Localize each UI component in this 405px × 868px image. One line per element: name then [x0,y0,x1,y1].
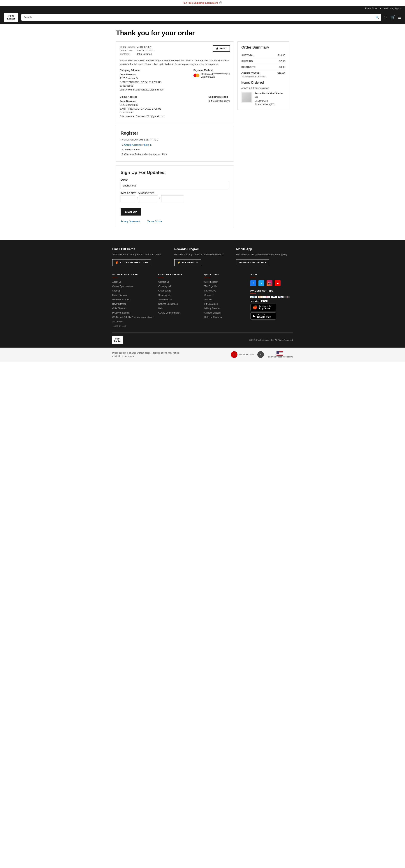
wishlist-icon[interactable]: ♡ [384,15,387,20]
order-customer-label: Customer [120,52,137,56]
quick-red-line [204,278,210,278]
flx-details-label: FLX DETAILS [182,261,198,264]
terms-of-use-footer-link[interactable]: Terms Of Use [112,325,126,327]
order-total-label: ORDER TOTAL: [241,72,260,75]
about-us-link[interactable]: About Us [112,281,121,283]
order-status-link[interactable]: Order Status [158,289,171,292]
store-pickup-link[interactable]: Store Pick Up [158,298,172,301]
student-discount-link[interactable]: Student Discount [204,312,221,314]
womens-sitemap-link[interactable]: Women's Sitemap [112,298,130,301]
returns-exchanges-link[interactable]: Returns-Exchanges [158,303,178,305]
print-icon: 🖨 [216,47,218,50]
footer-logo-text: Foot Locker [114,337,121,343]
release-calendar-link[interactable]: Release Calendar [204,316,222,318]
shipping-address-title: Shipping Address [120,69,190,71]
military-discount-link[interactable]: Military Discount [204,307,221,310]
dob-sep-1: / [137,197,138,200]
girls-sitemap-link[interactable]: Girls' Sitemap [112,307,126,310]
search-bar[interactable]: 🔍 [21,14,381,21]
shipping-method-col: Shipping Method 5-6 Business Days [208,95,230,118]
covid-link[interactable]: COVID-19 Information [158,312,180,314]
career-opportunities-link[interactable]: Career Opportunities [112,285,133,288]
register-step-1: Create Account or Sign In [124,143,229,147]
dob-mm-input[interactable] [121,195,135,202]
list-item: Store Pick Up [158,298,201,301]
search-icon[interactable]: 🔍 [375,16,379,19]
help-link[interactable]: Help [158,307,163,310]
launch101-link[interactable]: Launch 101 [204,289,216,292]
list-item: Student Discount [204,311,247,314]
apple-app-store-badge[interactable]: 🍎 Download on the App Store [250,304,276,311]
contact-us-link[interactable]: Contact Us [158,281,169,283]
list-item: Text Sign Up [204,285,247,288]
list-item: CA-Do Not Sell My Personal Information ↗ [112,316,155,318]
email-label: EMAIL* [121,179,229,181]
search-input[interactable] [24,16,375,19]
visa-icon: VISA [278,296,284,298]
promo-help-icon[interactable]: ? [220,1,222,4]
payment-methods-title: PAYMENT METHODS [250,290,293,292]
payment-method-col: Payment Method Mastercard ************24… [194,69,230,92]
menu-icon[interactable]: ☰ [398,15,401,20]
subtotal-row: SUBTOTAL: $10.00 [241,53,285,58]
sign-in-link[interactable]: Welcome, Sign In [384,7,401,10]
ca-do-not-sell-link[interactable]: CA-Do Not Sell My Personal Information ↗ [112,316,154,318]
ad-choices-link[interactable]: Ad Choices [112,320,123,323]
footer-mobile-col: Mobile App Get ahead of the game with on… [236,248,293,266]
sitemap-link[interactable]: Sitemap [112,289,120,292]
security-badges: ✓ McAfee SECURE ✓ HONORING THOSE WHO SER… [231,351,293,358]
buy-gift-card-button[interactable]: 🎁 BUY EMAIL GIFT CARD [112,259,151,266]
billing-email: John.Newman.Baymard2021@gmail.com [120,115,205,118]
shipping-info-link[interactable]: Shipping Info [158,294,171,297]
order-date-label: Order Date [120,49,137,52]
store-locator-link[interactable]: Store Locator [204,281,218,283]
text-signup-link[interactable]: Text Sign Up [204,285,217,288]
facebook-icon[interactable]: f [250,280,256,286]
create-account-link[interactable]: Create Account [124,144,141,146]
dob-yyyy-input[interactable] [161,195,183,202]
discounts-label: DISCOUNTS: [241,66,256,68]
order-notice: Please keep the above numbers for your r… [120,59,230,66]
instagram-icon[interactable]: 📷 [266,280,272,286]
fit-guarantee-link[interactable]: Fit Guarantee [204,303,218,305]
affiliates-link[interactable]: Affiliates [204,298,213,301]
privacy-statement-footer-link[interactable]: Privacy Statement [112,312,130,314]
arrives-note: Arrives in 5-6 business days [241,87,285,89]
print-button[interactable]: 🖨 PRINT [213,45,230,52]
ordering-help-link[interactable]: Ordering Help [158,285,172,288]
find-store-link[interactable]: Find a Store [365,7,377,10]
list-item: Returns-Exchanges [158,302,201,305]
google-play-icon: ▶ [253,314,256,318]
mastercard-icon [194,73,199,77]
social-icons: f 𝕏 📷 ▶ [250,280,293,286]
footer-dark: Email Gift Cards Valid online and at any… [0,240,405,347]
flx-details-button[interactable]: ⚡ FLX DETAILS [174,259,201,266]
list-item: Boys' Sitemap [112,302,155,305]
quick-list: Store Locator Text Sign Up Launch 101 Co… [204,280,247,318]
signup-button[interactable]: SIGN UP [121,208,141,216]
list-item: Sitemap [112,289,155,292]
dob-dd-input[interactable] [139,195,157,202]
google-play-badge[interactable]: ▶ GET IT ON Google Play [250,312,276,320]
list-item: Contact Us [158,280,201,283]
boys-sitemap-link[interactable]: Boys' Sitemap [112,303,126,305]
footer-copyright: © 2021 Footlocker.com, Inc. All Rights R… [249,339,293,341]
mastercard-payment-icon: MC [264,296,270,298]
sign-in-register-link[interactable]: Sign In [144,144,151,146]
email-input[interactable] [121,182,229,189]
list-item: COVID-19 Information [158,311,201,314]
twitter-icon[interactable]: 𝕏 [258,280,264,286]
youtube-icon[interactable]: ▶ [274,280,281,286]
terms-of-use-link[interactable]: Terms Of Use [147,220,162,223]
tax-note: Tax calculated in Checkout [241,75,285,78]
coupons-link[interactable]: Coupons [204,294,213,297]
footer-logo[interactable]: Foot Locker [112,336,123,344]
logo[interactable]: Foot Locker [4,13,19,22]
cart-icon[interactable]: 🛒 [390,15,395,20]
mobile-app-button[interactable]: MOBILE APP DETAILS [236,259,269,266]
mens-sitemap-link[interactable]: Men's Sitemap [112,294,127,297]
promo-link[interactable]: FLX Free Shipping! Learn More [183,1,218,4]
footer-about-col: ABOUT FOOT LOCKER About Us Career Opport… [112,273,155,329]
privacy-statement-link[interactable]: Privacy Statement [121,220,140,223]
list-item: Career Opportunities [112,285,155,288]
